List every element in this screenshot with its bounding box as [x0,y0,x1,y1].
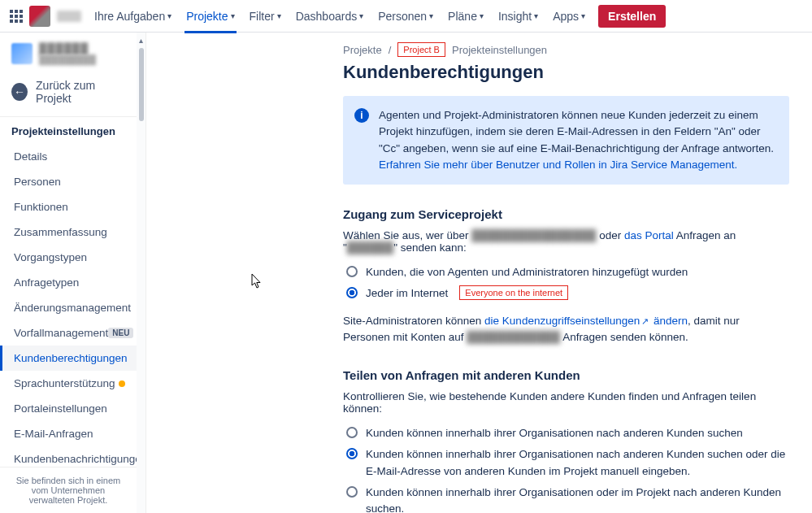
breadcrumb-projects[interactable]: Projekte [343,44,382,56]
breadcrumb-project-b-callout: Project B [397,42,445,57]
sidebar-item-label: Vorfallmanagement [14,327,108,339]
svg-rect-3 [10,15,13,18]
radio-label: Kunden, die von Agenten und Administrato… [366,264,688,280]
sidebar-item-label: Portaleinstellungen [14,402,107,415]
access-note: Site-Administratoren können die Kundenzu… [343,313,789,346]
product-logo[interactable] [29,6,50,27]
nav-insight[interactable]: Insight ▾ [492,0,545,33]
radio-label: Kunden können innerhalb ihrer Organisati… [366,446,789,480]
nav-filters[interactable]: Filter ▾ [243,0,288,33]
project-type-redacted: █████████ [39,54,96,64]
section-access-heading: Zugang zum Serviceprojekt [343,207,789,221]
share-option-3[interactable]: Kunden können innerhalb ihrer Organisati… [343,482,789,513]
sidebar-item-language[interactable]: Sprachunterstützung [0,371,137,396]
sidebar-item-label: E-Mail-Anfragen [14,428,93,440]
sidebar-item-customer-notifications[interactable]: Kundenbenachrichtigungen [0,446,137,467]
sidebar-item-change-mgmt[interactable]: Änderungsmanagement [0,295,137,320]
chevron-down-icon: ▾ [429,11,433,20]
access-option-2[interactable]: Jeder im Internet Everyone on the intern… [343,283,789,304]
sidebar-item-details[interactable]: Details [0,144,137,169]
nav-your-work[interactable]: Ihre Aufgaben ▾ [88,0,178,33]
apps-grid-icon [10,10,23,23]
main-content: Projekte / Project B Projekteinstellunge… [146,33,812,513]
share-option-1[interactable]: Kunden können innerhalb ihrer Organisati… [343,423,789,444]
radio-icon [346,287,358,298]
sidebar-footer: Sie befinden sich in einem vom Unternehm… [0,467,137,513]
product-name-redacted [57,11,81,22]
top-nav: Ihre Aufgaben ▾ Projekte ▾ Filter ▾ Dash… [0,0,812,33]
sidebar: ██████ █████████ ← Zurück zum Projekt Pr… [0,33,137,513]
sidebar-item-portal[interactable]: Portaleinstellungen [0,396,137,421]
app-switcher[interactable] [7,7,26,26]
sidebar-item-customer-permissions[interactable]: Kundenberechtigungen [0,346,137,371]
back-to-project[interactable]: ← Zurück zum Projekt [0,71,137,116]
nav-label: Insight [498,10,532,23]
scroll-up-icon: ▴ [139,36,143,45]
customer-access-settings-link[interactable]: die Kundenzugriffseinstellungen↗ ändern [484,315,688,327]
nav-label: Pläne [448,10,477,23]
section-share-desc: Kontrollieren Sie, wie bestehende Kunden… [343,390,789,415]
section-access-desc: Wählen Sie aus, wer über ███████████████… [343,229,789,254]
sidebar-item-issue-types[interactable]: Vorgangstypen [0,245,137,270]
chevron-down-icon: ▾ [231,11,235,20]
sidebar-item-incident-mgmt[interactable]: Vorfallmanagement NEU [0,320,137,346]
chevron-down-icon: ▾ [534,11,538,20]
sidebar-group-2: Vorgangstypen Anfragetypen [0,245,137,295]
scroll-thumb[interactable] [139,48,144,121]
info-text: Agenten und Projekt-Administratoren könn… [379,109,774,154]
access-option-1[interactable]: Kunden, die von Agenten und Administrato… [343,262,789,283]
svg-rect-4 [15,15,18,18]
redacted-email: ████████████████ [471,229,596,241]
sidebar-item-email-requests[interactable]: E-Mail-Anfragen [0,421,137,446]
project-header[interactable]: ██████ █████████ [0,33,137,71]
external-link-icon: ↗ [641,316,649,326]
section-share-heading: Teilen von Anfragen mit anderen Kunden [343,368,789,382]
breadcrumb-separator: / [389,44,392,56]
nav-label: Dashboards [296,10,358,23]
nav-label: Filter [250,10,275,23]
sidebar-item-label: Kundenberechtigungen [14,352,128,364]
project-avatar-icon [11,43,33,64]
back-label: Zurück zum Projekt [36,79,125,105]
chevron-down-icon: ▾ [581,11,585,20]
sidebar-item-label: Zusammenfassung [14,226,107,238]
sidebar-group-1: Details Personen Funktionen Zusammenfass… [0,144,137,245]
share-option-2[interactable]: Kunden können innerhalb ihrer Organisati… [343,444,789,482]
radio-icon [346,266,358,277]
sidebar-item-label: Änderungsmanagement [14,302,131,314]
info-icon: i [354,107,369,124]
nav-label: Projekte [186,10,228,23]
svg-rect-5 [20,15,23,18]
page-title: Kundenberechtigungen [343,62,789,83]
sidebar-item-features[interactable]: Funktionen [0,194,137,220]
sidebar-item-people[interactable]: Personen [0,169,137,194]
portal-link[interactable]: das Portal [624,229,674,241]
nav-projects[interactable]: Projekte ▾ [180,0,241,33]
nav-label: Ihre Aufgaben [94,10,165,23]
radio-icon [346,486,358,498]
breadcrumb-settings[interactable]: Projekteinstellungen [452,44,547,56]
svg-rect-1 [15,10,18,13]
create-button[interactable]: Erstellen [598,5,666,28]
sidebar-scrollbar[interactable]: ▴ [137,33,146,513]
sidebar-item-label: Personen [14,176,61,188]
nav-people[interactable]: Personen ▾ [371,0,440,33]
nav-apps[interactable]: Apps ▾ [546,0,592,33]
radio-icon [346,427,358,438]
sidebar-item-summary[interactable]: Zusammenfassung [0,220,137,245]
radio-label: Kunden können innerhalb ihrer Organisati… [366,425,743,441]
chevron-down-icon: ▾ [277,11,281,20]
sidebar-item-label: Details [14,150,47,163]
info-learn-more-link[interactable]: Erfahren Sie mehr über Benutzer und Roll… [379,159,737,171]
redacted-site: ████████████ [467,331,560,343]
sidebar-item-request-types[interactable]: Anfragetypen [0,270,137,295]
nav-label: Apps [553,10,579,23]
chevron-down-icon: ▾ [480,11,484,20]
chevron-down-icon: ▾ [359,11,363,20]
everyone-internet-callout: Everyone on the internet [459,285,568,300]
sidebar-item-label: Vorgangstypen [14,251,87,263]
nav-dashboards[interactable]: Dashboards ▾ [289,0,371,33]
sidebar-item-label: Kundenbenachrichtigungen [14,453,137,465]
nav-plans[interactable]: Pläne ▾ [441,0,490,33]
project-name-redacted: ██████ [39,42,96,54]
